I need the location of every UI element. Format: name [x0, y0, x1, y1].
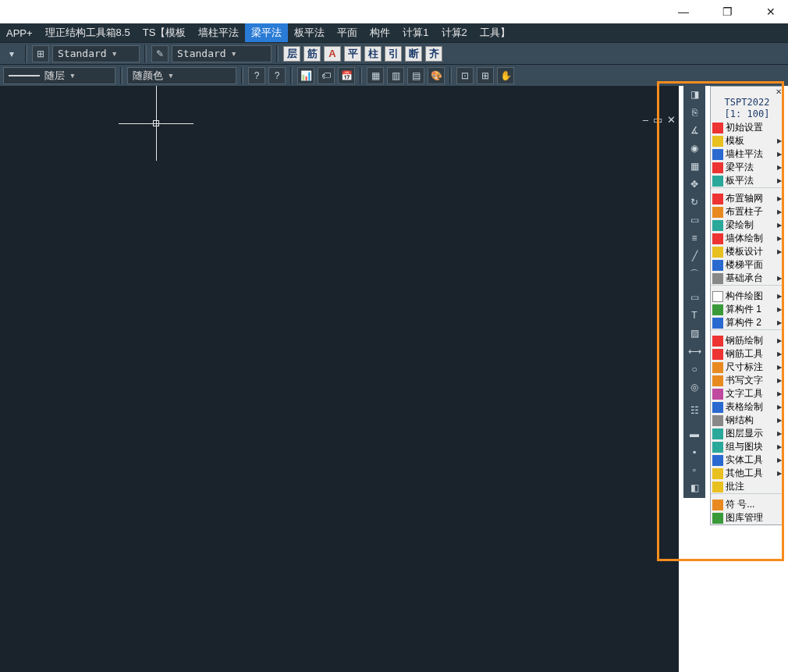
palette-item-a-2[interactable]: 墙柱平法▶ [711, 148, 783, 161]
tool-ping[interactable]: 平 [344, 46, 361, 62]
layer-dropdown[interactable]: 随层 ▾ [3, 67, 115, 84]
menu-wall-column[interactable]: 墙柱平法 [192, 23, 245, 42]
palette-item-b-3[interactable]: 墙体绘制▶ [711, 232, 783, 245]
text-style-dropdown[interactable]: Standard▾ [172, 45, 272, 62]
menu-ts-template[interactable]: TS【模板 [137, 23, 193, 42]
menu-slab[interactable]: 板平法 [288, 23, 331, 42]
window2-icon[interactable]: ▥ [387, 67, 404, 84]
palette-item-b-1[interactable]: 布置柱子▶ [711, 205, 783, 219]
menu-tools[interactable]: 工具】 [474, 23, 516, 42]
tool-zhu[interactable]: 柱 [364, 46, 382, 62]
grid-icon[interactable]: ▦ [685, 158, 704, 175]
props-icon[interactable]: ☷ [685, 402, 704, 419]
palette-icon[interactable]: 🎨 [428, 67, 445, 84]
menu-beam[interactable]: 梁平法 [245, 23, 288, 42]
palette-item-d-5[interactable]: 表格绘制▶ [711, 400, 783, 414]
tool-ceng[interactable]: 层 [283, 46, 300, 62]
text-icon[interactable]: T [685, 307, 704, 324]
menu-app[interactable]: APP+ [0, 23, 39, 42]
palette-item-e-1[interactable]: 图库管理 [711, 511, 783, 524]
submenu-arrow-icon: ▶ [777, 208, 782, 215]
move-icon[interactable]: ✥ [685, 176, 704, 193]
stack3-icon[interactable]: ▫ [685, 461, 704, 478]
viewport-close-icon[interactable]: ✕ [667, 114, 676, 126]
circle-icon[interactable]: ○ [685, 361, 704, 378]
stack1-icon[interactable]: ▬ [685, 425, 704, 443]
calendar-icon[interactable]: 📅 [338, 67, 355, 84]
menu-plan[interactable]: 平面 [331, 23, 364, 42]
tool-qi[interactable]: 齐 [425, 46, 442, 62]
tool-yin[interactable]: 引 [385, 46, 402, 62]
palette-item-b-2[interactable]: 梁绘制▶ [711, 219, 783, 232]
palette-item-b-0[interactable]: 布置轴网▶ [711, 192, 783, 205]
palette-group-5: 符 号...图库管理 [711, 498, 783, 524]
menu-toolbox[interactable]: 理正结构工具箱8.5 [39, 23, 137, 42]
maximize-button[interactable]: ❐ [716, 1, 738, 23]
viewport-min-icon[interactable]: – [643, 114, 648, 126]
palette-item-d-4[interactable]: 文字工具▶ [711, 387, 783, 400]
palette-item-c-1[interactable]: 算构件 1▶ [711, 303, 783, 316]
palette-item-a-3[interactable]: 梁平法▶ [711, 161, 783, 174]
rect-icon[interactable]: ▭ [685, 289, 704, 306]
layers-icon[interactable]: ≡ [685, 229, 704, 247]
palette-item-d-10[interactable]: 其他工具▶ [711, 467, 783, 480]
frame-icon[interactable]: ▭ [685, 212, 704, 229]
window3-icon[interactable]: ▤ [407, 67, 424, 84]
toolbar-dropdown-icon[interactable]: ▾ [3, 45, 20, 62]
menu-calc1[interactable]: 计算1 [396, 23, 435, 42]
stack4-icon[interactable]: ◧ [685, 479, 704, 496]
palette-close-icon[interactable]: ✕ [776, 87, 782, 96]
palette-item-d-2[interactable]: 尺寸标注▶ [711, 361, 783, 374]
eraser-icon[interactable]: ◨ [685, 86, 704, 103]
palette-item-c-0[interactable]: 构件绘图▶ [711, 290, 783, 303]
palette-item-d-0[interactable]: 钢筋绘制▶ [711, 334, 783, 347]
palette-item-d-8[interactable]: 组与图块▶ [711, 440, 783, 453]
dim-icon[interactable]: ⟷ [685, 343, 704, 360]
palette-item-a-4[interactable]: 板平法▶ [711, 174, 783, 187]
line-icon[interactable]: ╱ [685, 247, 704, 265]
help1-icon[interactable]: ? [248, 67, 265, 84]
palette-item-b-6[interactable]: 基础承台▶ [711, 272, 783, 285]
palette-item-d-7[interactable]: 图层显示▶ [711, 427, 783, 440]
palette-item-e-0[interactable]: 符 号... [711, 498, 783, 511]
palette-item-d-3[interactable]: 书写文字▶ [711, 374, 783, 387]
palette-group-4: 钢筋绘制▶钢筋工具▶尺寸标注▶书写文字▶文字工具▶表格绘制▶钢结构▶图层显示▶组… [711, 334, 783, 493]
target-icon[interactable]: ◎ [685, 379, 704, 396]
palette-item-a-0[interactable]: 初始设置 [711, 121, 783, 134]
chart-icon[interactable]: 📊 [297, 67, 314, 84]
hatch-icon[interactable]: ▨ [685, 325, 704, 342]
tool-a[interactable]: A [324, 46, 341, 62]
close-button[interactable]: ✕ [760, 1, 782, 23]
tool-duan[interactable]: 断 [405, 46, 422, 62]
arc-icon[interactable]: ⌒ [685, 265, 704, 283]
zoom-ext-icon[interactable]: ⊡ [456, 67, 474, 84]
palette-item-d-1[interactable]: 钢筋工具▶ [711, 347, 783, 361]
window1-icon[interactable]: ▦ [367, 67, 384, 84]
rotate-icon[interactable]: ↻ [685, 194, 704, 211]
measure-icon[interactable]: ∡ [685, 122, 704, 139]
viewport-max-icon[interactable]: ▭ [653, 114, 662, 126]
copy-icon[interactable]: ⎘ [685, 104, 704, 121]
palette-item-b-4[interactable]: 楼板设计▶ [711, 245, 783, 258]
menu-calc2[interactable]: 计算2 [435, 23, 474, 42]
tool-jin[interactable]: 筋 [303, 46, 321, 62]
dim-style-icon[interactable]: ⊞ [32, 45, 49, 62]
drawing-canvas[interactable]: – ▭ ✕ [0, 86, 679, 672]
text-style-icon[interactable]: ✎ [151, 45, 169, 62]
palette-item-a-1[interactable]: 模板▶ [711, 134, 783, 148]
color-dropdown[interactable]: 随颜色 ▾ [127, 67, 236, 84]
help2-icon[interactable]: ? [268, 67, 286, 84]
palette-item-d-11[interactable]: 批注 [711, 480, 783, 493]
minimize-button[interactable]: — [673, 1, 694, 23]
pan-icon[interactable]: ✋ [497, 67, 514, 84]
zoom-win-icon[interactable]: ⊞ [477, 67, 494, 84]
palette-item-d-9[interactable]: 实体工具▶ [711, 453, 783, 467]
tag-icon[interactable]: 🏷 [318, 67, 335, 84]
menu-member[interactable]: 构件 [364, 23, 396, 42]
dim-style-dropdown[interactable]: Standard▾ [52, 45, 140, 62]
stack2-icon[interactable]: ▪ [685, 443, 704, 460]
palette-item-d-6[interactable]: 钢结构▶ [711, 414, 783, 427]
palette-item-b-5[interactable]: 楼梯平面 [711, 258, 783, 272]
palette-item-c-2[interactable]: 算构件 2▶ [711, 316, 783, 329]
color-wheel-icon[interactable]: ◉ [685, 140, 704, 157]
